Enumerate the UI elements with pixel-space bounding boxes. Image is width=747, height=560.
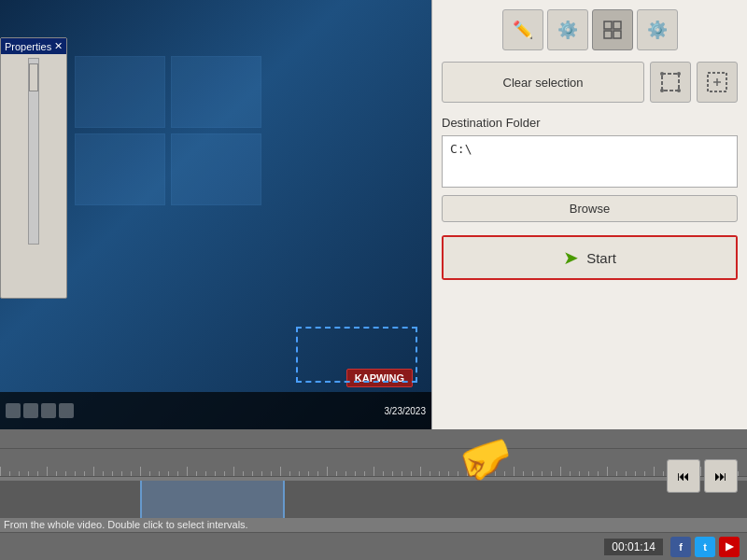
taskbar-icon-4 <box>59 403 74 418</box>
windows-logo <box>75 56 261 205</box>
timeline-area: // Generate ruler ticks const ruler = do… <box>0 448 747 560</box>
settings-button[interactable]: ⚙️ <box>547 9 588 50</box>
svg-point-8 <box>677 89 681 92</box>
taskbar-icon-3 <box>41 403 56 418</box>
destination-folder-label: Destination Folder <box>442 116 738 130</box>
select-all-icon <box>706 71 728 93</box>
properties-close-button[interactable]: ✕ <box>54 40 63 52</box>
select-region-icon <box>659 71 682 93</box>
start-button-label: Start <box>586 250 616 266</box>
select-region-button[interactable] <box>650 62 691 103</box>
svg-rect-0 <box>604 21 612 29</box>
svg-rect-4 <box>662 74 679 91</box>
start-button-container: ➤ Start <box>442 235 738 280</box>
select-all-button[interactable] <box>697 62 738 103</box>
timeline-info-text: From the whole video. Double click to se… <box>4 519 248 530</box>
timeline-track[interactable] <box>0 481 747 518</box>
social-icons: f t ▶ <box>670 537 740 557</box>
svg-rect-1 <box>613 21 621 29</box>
browse-button[interactable]: Browse <box>442 195 738 222</box>
start-arrow-icon: ➤ <box>563 246 579 269</box>
svg-point-6 <box>677 72 681 76</box>
svg-point-5 <box>660 72 664 76</box>
selection-controls: Clear selection <box>442 62 738 103</box>
twitter-icon[interactable]: t <box>695 537 715 557</box>
taskbar-icon-2 <box>23 403 38 418</box>
selection-grid-icon <box>602 20 623 40</box>
scrollbar-thumb[interactable] <box>29 63 38 91</box>
options-button[interactable]: ⚙️ <box>637 9 678 50</box>
properties-body <box>1 54 66 248</box>
video-preview-area: Properties ✕ KAPWING 3/23/2023 <box>0 0 431 429</box>
selection-tool-button[interactable] <box>592 9 633 50</box>
transport-next-button[interactable]: ⏭ <box>704 459 738 493</box>
taskbar-time: 3/23/2023 <box>385 406 427 416</box>
svg-rect-2 <box>604 31 612 38</box>
transport-buttons: ⏮ ⏭ <box>667 459 738 493</box>
properties-title-bar: Properties ✕ <box>1 38 66 54</box>
timeline-selection <box>140 481 285 518</box>
timeline-ruler: // Generate ruler ticks const ruler = do… <box>0 449 747 477</box>
start-button[interactable]: ➤ Start <box>444 237 736 278</box>
facebook-icon[interactable]: f <box>670 537 691 557</box>
clear-selection-button[interactable]: Clear selection <box>442 62 644 103</box>
svg-rect-3 <box>613 31 621 38</box>
properties-panel: Properties ✕ <box>0 37 67 299</box>
properties-label: Properties <box>5 41 51 52</box>
video-taskbar: 3/23/2023 <box>0 392 431 429</box>
right-panel: ✏️ ⚙️ ⚙️ Clear selection <box>431 0 747 429</box>
properties-scrollbar[interactable] <box>28 58 39 245</box>
pencil-tool-button[interactable]: ✏️ <box>502 9 543 50</box>
taskbar-icon-1 <box>6 403 21 418</box>
status-bar: 00:01:14 f t ▶ <box>0 532 747 560</box>
kapwing-watermark: KAPWING <box>346 369 413 387</box>
destination-folder-input[interactable] <box>442 135 738 188</box>
youtube-icon[interactable]: ▶ <box>719 537 740 557</box>
svg-point-7 <box>660 89 664 92</box>
status-time: 00:01:14 <box>604 539 663 555</box>
toolbar: ✏️ ⚙️ ⚙️ <box>442 9 738 50</box>
taskbar-icons <box>6 403 74 418</box>
transport-prev-button[interactable]: ⏮ <box>667 459 700 493</box>
